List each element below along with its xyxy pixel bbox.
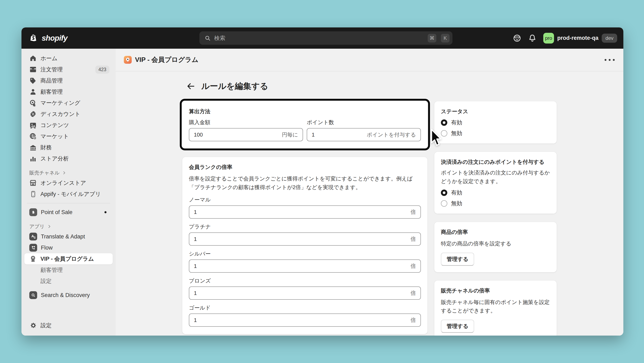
card-description: 販売チャネル毎に固有のポイント施策を設定することができます。 bbox=[441, 298, 550, 315]
shopify-logo[interactable]: shopify bbox=[22, 34, 68, 43]
manage-channels-button[interactable]: 管理する bbox=[441, 320, 474, 333]
pos-notification-dot bbox=[104, 211, 106, 213]
target-cursor-icon bbox=[29, 99, 37, 107]
rank-platinum-input[interactable]: 1 倍 bbox=[189, 232, 421, 246]
page-content: ルールを編集する 算出方法 購入金額 bbox=[116, 71, 623, 336]
sidebar-item-label: Flow bbox=[41, 245, 53, 251]
sidebar-item-marketing[interactable]: マーケティング bbox=[24, 97, 113, 108]
manage-products-button[interactable]: 管理する bbox=[441, 253, 474, 266]
bank-icon bbox=[29, 144, 37, 151]
global-search-input[interactable]: 検索 ⌘ K bbox=[200, 31, 452, 45]
sidebar-item-label: 商品管理 bbox=[40, 77, 63, 84]
rank-silver-input[interactable]: 1 倍 bbox=[189, 260, 421, 273]
annotation-highlight-box: 算出方法 購入金額 100 円毎に bbox=[180, 99, 430, 150]
pos-app-icon bbox=[29, 208, 37, 216]
k-key-badge: K bbox=[441, 34, 450, 42]
status-disabled-option[interactable]: 無効 bbox=[441, 129, 550, 137]
storefront-icon bbox=[29, 179, 37, 187]
chevron-right-icon bbox=[47, 224, 52, 229]
channel-multiplier-card: 販売チャネルの倍率 販売チャネル毎に固有のポイント施策を設定することができます。… bbox=[434, 281, 557, 336]
flow-app-icon bbox=[29, 244, 37, 252]
sidebar-item-appify[interactable]: Appify - モバイルアプリ bbox=[24, 189, 113, 200]
card-title: 販売チャネルの倍率 bbox=[441, 287, 550, 294]
sidebar-item-label: Translate & Adapt bbox=[41, 234, 85, 240]
sidebar-item-finance[interactable]: 財務 bbox=[24, 142, 113, 153]
sidebar-item-online-store[interactable]: オンラインストア bbox=[24, 177, 113, 189]
app-header-title: VIP - 会員プログラム bbox=[135, 55, 198, 64]
radio-selected-icon bbox=[441, 190, 447, 196]
input-value: 1 bbox=[312, 132, 314, 138]
rank-bronze-input[interactable]: 1 倍 bbox=[189, 287, 421, 300]
paid-enabled-option[interactable]: 有効 bbox=[441, 189, 550, 196]
back-arrow-icon[interactable] bbox=[186, 81, 196, 91]
radio-unselected-icon bbox=[441, 200, 447, 207]
app-header: VIP - 会員プログラム bbox=[116, 49, 623, 71]
sidebar-item-label: 設定 bbox=[40, 322, 52, 329]
sidebar-item-translate-adapt[interactable]: Translate & Adapt bbox=[24, 231, 113, 242]
paid-disabled-option[interactable]: 無効 bbox=[441, 200, 550, 207]
sidebar-item-discounts[interactable]: ディスカウント bbox=[24, 108, 113, 120]
sidebar-item-analytics[interactable]: ストア分析 bbox=[24, 153, 113, 164]
sidebar-item-content[interactable]: コンテンツ bbox=[24, 120, 113, 131]
sidebar-item-settings[interactable]: 設定 bbox=[24, 320, 113, 331]
input-suffix: 倍 bbox=[410, 263, 416, 270]
sidebar-item-vip-program[interactable]: VIP - 会員プログラム bbox=[24, 253, 113, 264]
sidebar-item-flow[interactable]: Flow bbox=[24, 242, 113, 253]
sidebar-item-customers[interactable]: 顧客管理 bbox=[24, 86, 113, 97]
rank-gold-input[interactable]: 1 倍 bbox=[189, 314, 421, 327]
shopify-bag-icon bbox=[30, 34, 39, 43]
status-enabled-option[interactable]: 有効 bbox=[441, 119, 550, 126]
sidebar-item-label: マーケット bbox=[40, 133, 69, 140]
input-value: 1 bbox=[194, 263, 197, 269]
points-count-input[interactable]: 1 ポイントを付与する bbox=[307, 128, 421, 141]
home-icon bbox=[29, 55, 37, 62]
store-account-chip[interactable]: pro prod-remote-qa dev bbox=[543, 33, 617, 43]
chevron-right-icon bbox=[62, 171, 66, 175]
rank-normal-input[interactable]: 1 倍 bbox=[189, 205, 421, 219]
purchase-amount-input[interactable]: 100 円毎に bbox=[189, 128, 303, 141]
sidekick-avatar-icon[interactable] bbox=[513, 34, 522, 42]
plan-badge: pro bbox=[543, 33, 554, 43]
sidebar-item-home[interactable]: ホーム bbox=[24, 53, 113, 64]
input-suffix: 円毎に bbox=[282, 131, 298, 138]
sidebar-item-label: 財務 bbox=[40, 144, 52, 151]
sidebar-item-orders[interactable]: 注文管理 423 bbox=[24, 64, 113, 75]
sidebar-subitem-vip-settings[interactable]: 設定 bbox=[24, 276, 113, 287]
card-title: 決済済みの注文にのみポイントを付与する bbox=[441, 158, 550, 166]
notifications-bell-icon[interactable] bbox=[528, 34, 537, 42]
topbar-actions: pro prod-remote-qa dev bbox=[513, 27, 617, 49]
sidebar-item-search-discovery[interactable]: Search & Discovery bbox=[24, 290, 113, 301]
card-description: 特定の商品の倍率を設定する bbox=[441, 239, 550, 248]
rank-silver-label: シルバー bbox=[189, 250, 421, 257]
more-actions-button[interactable] bbox=[604, 56, 616, 64]
desktop-background: shopify 検索 ⌘ K pro prod-remote bbox=[0, 0, 644, 363]
sidebar-item-label: ホーム bbox=[40, 55, 58, 62]
sidebar-item-label: 注文管理 bbox=[40, 66, 63, 73]
radio-selected-icon bbox=[441, 119, 447, 126]
input-suffix: 倍 bbox=[410, 317, 416, 324]
search-discovery-app-icon bbox=[29, 291, 37, 299]
sidebar-section-apps[interactable]: アプリ bbox=[24, 222, 113, 231]
sidebar-item-label: コンテンツ bbox=[40, 121, 69, 129]
shopify-admin-window: shopify 検索 ⌘ K pro prod-remote bbox=[22, 27, 623, 336]
sidebar-item-label: ディスカウント bbox=[40, 110, 80, 118]
paid-orders-only-card: 決済済みの注文にのみポイントを付与する ポイントを決済済みの注文にのみ付与するか… bbox=[434, 152, 557, 214]
input-suffix: 倍 bbox=[410, 290, 416, 297]
sidebar-subitem-vip-customers[interactable]: 顧客管理 bbox=[24, 264, 113, 276]
image-icon bbox=[29, 121, 37, 129]
medal-icon bbox=[29, 255, 37, 263]
input-value: 100 bbox=[194, 132, 203, 138]
window-body: ホーム 注文管理 423 商品管理 顧客管理 マーケティング bbox=[22, 49, 623, 336]
sidebar-item-label: マーケティング bbox=[40, 99, 80, 107]
sidebar-nav: ホーム 注文管理 423 商品管理 顧客管理 マーケティング bbox=[22, 49, 116, 336]
sidebar-item-products[interactable]: 商品管理 bbox=[24, 75, 113, 86]
sidebar-item-point-of-sale[interactable]: Point of Sale bbox=[24, 207, 113, 218]
sidebar-section-sales-channels[interactable]: 販売チャネル bbox=[24, 168, 113, 177]
rank-bronze-label: ブロンズ bbox=[189, 277, 421, 284]
card-description: ポイントを決済済みの注文にのみ付与するかどうかを設定できます。 bbox=[441, 168, 550, 186]
card-description: 倍率を設定することで会員ランクごとに獲得ポイントを可変にすることができます。例え… bbox=[189, 174, 421, 192]
card-title: ステータス bbox=[441, 108, 550, 115]
main-area: VIP - 会員プログラム ルールを編集する bbox=[116, 49, 623, 336]
sidebar-item-markets[interactable]: マーケット bbox=[24, 131, 113, 142]
sidebar-item-label: Appify - モバイルアプリ bbox=[40, 190, 101, 198]
